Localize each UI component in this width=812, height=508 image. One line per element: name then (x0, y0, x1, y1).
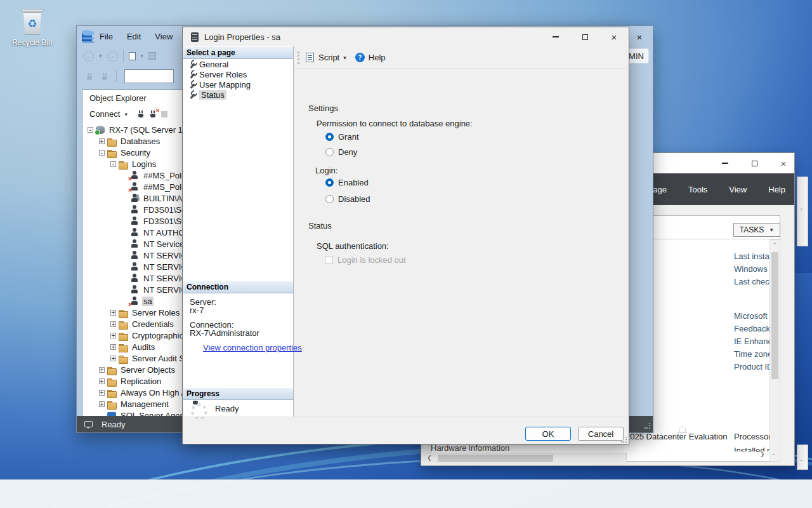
tree-item-ms-polic[interactable]: ×##MS_Polic (82, 170, 182, 181)
collapse-icon[interactable]: - (99, 150, 105, 156)
help-button[interactable]: Help (369, 53, 386, 62)
chevron-down-icon[interactable]: ▾ (343, 55, 346, 61)
collapse-icon[interactable]: - (88, 127, 93, 133)
tree-item-server-objects[interactable]: +Server Objects (82, 364, 182, 375)
tasks-dropdown[interactable]: TASKS ▼ (733, 223, 780, 237)
tree-item-logins[interactable]: -Logins (82, 158, 182, 170)
new-query-icon[interactable] (129, 52, 136, 60)
background-scrollbar-bottom[interactable]: ˇ (797, 444, 808, 470)
expand-icon[interactable]: + (99, 401, 105, 407)
tree-item-sa[interactable]: ×sa (82, 295, 182, 307)
tree-item-audits[interactable]: +Audits (82, 341, 182, 352)
tree-item-always-on-high-av[interactable]: +Always On High Av (82, 387, 182, 398)
grant-radio[interactable] (325, 133, 334, 141)
tree-item-nt-service[interactable]: NT SERVICE (82, 284, 182, 295)
expand-icon[interactable]: + (110, 310, 116, 316)
close-icon[interactable]: × (632, 31, 646, 43)
tree-item-label: Databases (119, 137, 161, 146)
pane-hscrollbar[interactable]: ❮ (424, 453, 627, 462)
tree-item-server-audit-sp[interactable]: +Server Audit Sp (82, 352, 182, 364)
tree-item-nt-autho[interactable]: NT AUTHO (82, 227, 182, 238)
tree-item-management[interactable]: +Management (82, 398, 182, 410)
expand-icon[interactable]: + (99, 378, 105, 384)
forward-icon[interactable]: → (107, 51, 118, 62)
script-button[interactable]: Script (318, 53, 339, 62)
expand-icon[interactable]: + (110, 344, 116, 350)
maximize-button[interactable] (578, 31, 592, 43)
connect-plug-icon[interactable] (86, 72, 93, 81)
disconnect-plug-icon[interactable]: × (101, 72, 108, 81)
page-general[interactable]: General (183, 59, 293, 69)
recycle-bin-shortcut[interactable]: ♻ Recycle Bin (9, 5, 56, 51)
disconnect-plug-icon[interactable]: × (149, 110, 157, 118)
expand-icon[interactable]: + (110, 321, 116, 327)
tree-item-nt-service[interactable]: NT Service\ (82, 238, 182, 250)
scroll-thumb[interactable] (771, 252, 778, 379)
expand-icon[interactable]: + (110, 333, 116, 338)
connect-plug-icon[interactable] (137, 110, 145, 118)
scroll-down-icon[interactable]: ˇ (773, 453, 775, 459)
view-connection-properties-link[interactable]: View connection properties (203, 343, 302, 352)
chevron-down-icon[interactable]: ▾ (141, 53, 144, 59)
expand-icon[interactable]: + (99, 390, 105, 396)
close-icon[interactable]: × (776, 157, 790, 169)
chevron-down-icon[interactable]: ▾ (124, 111, 128, 117)
back-icon[interactable]: ← (83, 51, 94, 62)
stop-icon[interactable] (161, 111, 167, 117)
menu-view[interactable]: View (729, 185, 747, 194)
tree-item-fd3s01-sql[interactable]: FD3S01\SQL (82, 215, 182, 227)
deny-radio[interactable] (325, 148, 334, 156)
menu-view[interactable]: View (155, 32, 173, 41)
enabled-radio[interactable] (325, 178, 334, 187)
pane-vscrollbar[interactable]: ˆ ˇ (769, 239, 780, 462)
minimize-button[interactable] (718, 157, 732, 169)
expand-icon[interactable]: + (99, 367, 105, 373)
scroll-up-icon[interactable]: ˆ (770, 242, 780, 248)
expand-icon[interactable]: + (99, 138, 105, 144)
tree-item-cryptographic[interactable]: +Cryptographic (82, 330, 182, 341)
background-scrollbar-top[interactable]: ˆ (797, 177, 808, 246)
dialog-titlebar: Login Properties - sa × (183, 27, 629, 46)
menu-tools[interactable]: Tools (688, 185, 707, 194)
close-icon[interactable]: × (607, 31, 621, 43)
scroll-left-icon[interactable]: ❮ (427, 455, 432, 461)
expand-icon[interactable]: + (110, 356, 116, 361)
tree-item-fd3s01-ser[interactable]: FD3S01\Ser (82, 204, 182, 215)
tree-item-builtin-ad[interactable]: BUILTIN\Ad (82, 192, 182, 204)
tree-item-databases[interactable]: +Databases (82, 135, 182, 147)
disabled-radio[interactable] (325, 195, 334, 203)
page-server-roles[interactable]: Server Roles (183, 69, 293, 79)
tree-item-security[interactable]: -Security (82, 147, 182, 158)
tree-item-replication[interactable]: +Replication (82, 375, 182, 387)
connect-button[interactable]: Connect (89, 109, 120, 119)
notifications-bell-icon[interactable] (679, 426, 686, 432)
tree-item-server-roles[interactable]: +Server Roles (82, 307, 182, 318)
tree-item-nt-service[interactable]: NT SERVICE (82, 261, 182, 272)
minimize-button[interactable] (549, 31, 563, 43)
cancel-button[interactable]: Cancel (578, 427, 624, 441)
resize-grip[interactable] (645, 423, 650, 429)
tasks-label: TASKS (740, 225, 764, 234)
tree-item-rx-7-sql-server-17-0-1[interactable]: -RX-7 (SQL Server 17.0.1 (82, 124, 182, 135)
tree-item-ms-polic[interactable]: ×##MS_Polic (82, 181, 182, 192)
menu-edit[interactable]: Edit (127, 32, 141, 41)
save-icon[interactable] (148, 52, 156, 60)
database-combobox[interactable] (124, 69, 174, 83)
menu-help[interactable]: Help (768, 185, 785, 194)
ok-button[interactable]: OK (525, 427, 571, 441)
collapse-icon[interactable]: - (110, 161, 116, 167)
tree-item-nt-service[interactable]: NT SERVICE (82, 272, 182, 284)
menu-file[interactable]: File (100, 32, 113, 41)
prop-time-zone[interactable]: Time zone (734, 349, 772, 359)
chevron-right-icon[interactable]: ❯ (760, 451, 765, 457)
tree-item-credentials[interactable]: +Credentials (82, 318, 182, 330)
tree-item-nt-service[interactable]: NT SERVICE (82, 250, 182, 261)
page-status[interactable]: Status (183, 90, 293, 100)
page-user-mapping[interactable]: User Mapping (183, 79, 293, 90)
folder-icon (107, 378, 116, 385)
maximize-button[interactable] (747, 157, 761, 169)
resize-grip[interactable] (621, 437, 627, 443)
chevron-down-icon[interactable]: ▾ (99, 53, 102, 59)
scroll-thumb[interactable] (438, 455, 553, 462)
prop-product-id[interactable]: Product ID (734, 362, 773, 371)
